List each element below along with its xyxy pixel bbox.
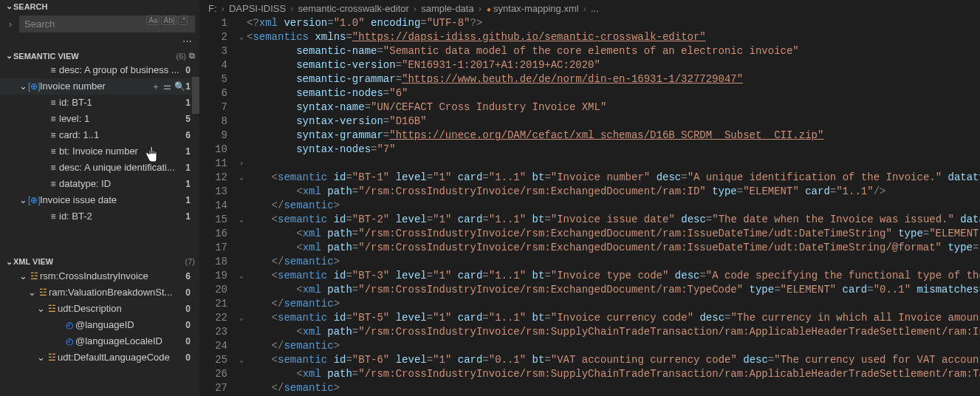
fold-toggle	[236, 199, 247, 213]
semantic-tree-item[interactable]: ≡id: BT-21	[0, 208, 199, 225]
filter-icon[interactable]: ⚌	[163, 79, 171, 94]
fold-toggle	[236, 367, 247, 381]
fold-toggle	[236, 381, 247, 395]
fold-toggle[interactable]: ›	[236, 157, 247, 171]
line-number: 10	[199, 143, 227, 157]
code-line[interactable]: <semantic id="BT-3" level="1" card="1..1…	[247, 269, 980, 283]
semantic-tree-item[interactable]: ≡id: BT-11	[0, 95, 199, 111]
search-icon[interactable]: 🔍	[174, 79, 185, 94]
code-line[interactable]: semantic-version="EN16931-1:2017+A1:2019…	[247, 58, 980, 72]
code-line[interactable]: </semantic>	[247, 199, 980, 213]
fold-toggle[interactable]: ⌄	[236, 311, 247, 325]
semantic-tree-item[interactable]: ⌄[⊕]Invoice issue date1	[0, 192, 199, 208]
match-word-toggle[interactable]: Ab|	[161, 16, 177, 25]
fold-toggle[interactable]: ⌄	[236, 353, 247, 367]
code-line[interactable]: <xml path="/rsm:CrossIndustryInvoice/rsm…	[247, 227, 980, 241]
fold-toggle[interactable]: ⌄	[236, 269, 247, 283]
fold-toggle[interactable]: ⌄	[236, 30, 247, 44]
code-line[interactable]: <semantic id="BT-2" level="1" card="1..1…	[247, 213, 980, 227]
semantic-tree-item[interactable]: ≡level: 15	[0, 111, 199, 127]
expand-search-icon[interactable]: ›	[4, 18, 16, 30]
item-icon: ≡	[47, 112, 59, 126]
fold-toggle	[236, 325, 247, 339]
item-badge: 0	[185, 301, 195, 316]
xml-view-header[interactable]: ⌄ XML VIEW (7)	[0, 256, 199, 268]
line-number: 14	[199, 199, 227, 213]
code-line[interactable]: syntax-grammar="https://unece.org/DAM/ce…	[247, 129, 980, 143]
item-icon: ◴	[64, 334, 75, 349]
breadcrumb[interactable]: F:›DAPSI-IDISS›semantic-crosswalk-editor…	[199, 0, 980, 16]
code-area[interactable]: 1234567891011121314151617181920212223242…	[199, 16, 980, 396]
semantic-tree-item[interactable]: ≡bt: Invoice number1	[0, 143, 199, 160]
code-lines[interactable]: <?xml version="1.0" encoding="UTF-8"?><s…	[247, 16, 980, 396]
code-line[interactable]: <?xml version="1.0" encoding="UTF-8"?>	[247, 16, 980, 30]
xml-file-icon: ⬥	[486, 3, 492, 14]
xml-tree-item[interactable]: ⌄☳udt:Description0	[0, 301, 199, 317]
scrollbar-thumb[interactable]	[192, 77, 199, 114]
match-case-toggle[interactable]: Aa	[146, 16, 160, 25]
line-number: 2	[199, 30, 227, 44]
breadcrumb-segment[interactable]: semantic-crosswalk-editor	[298, 3, 409, 14]
regex-toggle[interactable]: .*	[178, 16, 188, 25]
breadcrumb-segment[interactable]: DAPSI-IDISS	[229, 3, 286, 14]
semantic-view-title: SEMANTIC VIEW	[13, 52, 174, 61]
breadcrumb-segment[interactable]: ⬥syntax-mapping.xml	[486, 3, 579, 14]
breadcrumb-segment[interactable]: ...	[591, 3, 599, 14]
code-line[interactable]: semantic-nodes="6"	[247, 86, 980, 100]
twist-icon: ⌄	[27, 285, 37, 300]
code-line[interactable]: semantic-name="Semantic data model of th…	[247, 44, 980, 58]
line-number: 25	[199, 353, 227, 367]
fold-gutter[interactable]: ⌄›⌄⌄⌄⌄⌄	[236, 16, 247, 396]
item-icon: ≡	[47, 128, 59, 143]
code-line[interactable]: syntax-version="D16B"	[247, 115, 980, 129]
code-line[interactable]: <semantic id="BT-5" level="1" card="1..1…	[247, 311, 980, 325]
search-more-button[interactable]: ⋯	[0, 35, 199, 50]
xml-tree-item[interactable]: ⌄☳rsm:CrossIndustryInvoice6	[0, 268, 199, 284]
line-number: 17	[199, 241, 227, 255]
code-line[interactable]: <xml path="/rsm:CrossIndustryInvoice/rsm…	[247, 367, 980, 381]
code-line[interactable]: </semantic>	[247, 339, 980, 353]
code-line[interactable]: <xml path="/rsm:CrossIndustryInvoice/rsm…	[247, 325, 980, 339]
fold-toggle	[236, 86, 247, 100]
search-section-header[interactable]: ⌄ SEARCH	[0, 0, 199, 13]
code-line[interactable]: <semantics xmlns="https://dapsi-idiss.gi…	[247, 30, 980, 44]
semantic-view-count: (6)	[177, 52, 186, 61]
xml-tree-item[interactable]: ◴@languageLocaleID0	[0, 333, 199, 349]
semantic-tree-item[interactable]: ≡desc: A unique identificati...1	[0, 160, 199, 176]
xml-tree-item[interactable]: ⌄☳udt:DefaultLanguageCode0	[0, 349, 199, 366]
code-line[interactable]	[247, 157, 980, 171]
xml-tree-item[interactable]: ⌄☳ram:ValuationBreakdownSt...0	[0, 284, 199, 301]
code-line[interactable]: <xml path="/rsm:CrossIndustryInvoice/rsm…	[247, 185, 980, 199]
semantic-tree-item[interactable]: ≡desc: A group of business ...0	[0, 62, 199, 78]
code-line[interactable]: syntax-nodes="7"	[247, 143, 980, 157]
code-line[interactable]: <xml path="/rsm:CrossIndustryInvoice/rsm…	[247, 241, 980, 255]
fold-toggle	[236, 58, 247, 72]
breadcrumb-segment[interactable]: F:	[208, 3, 217, 14]
code-line[interactable]: <semantic id="BT-1" level="1" card="1..1…	[247, 171, 980, 185]
add-icon[interactable]: ＋	[151, 79, 160, 94]
semantic-tree-item[interactable]: ≡datatype: ID1	[0, 176, 199, 192]
xml-tree-item[interactable]: ◴@languageID0	[0, 317, 199, 333]
fold-toggle	[236, 185, 247, 199]
semantic-tree-item[interactable]: ⌄[⊕]Invoice number＋⚌🔍1	[0, 78, 199, 95]
semantic-tree-item[interactable]: ≡card: 1..16	[0, 127, 199, 143]
code-line[interactable]: </semantic>	[247, 297, 980, 311]
code-line[interactable]: <semantic id="BT-6" level="1" card="0..1…	[247, 353, 980, 367]
line-number: 12	[199, 171, 227, 185]
fold-toggle[interactable]: ⌄	[236, 213, 247, 227]
item-label: ram:ValuationBreakdownSt...	[49, 285, 185, 300]
code-line[interactable]: semantic-grammar="https://www.beuth.de/d…	[247, 72, 980, 86]
item-icon: ≡	[47, 177, 59, 191]
item-badge: 0	[185, 318, 195, 332]
item-badge: 0	[185, 350, 195, 365]
code-line[interactable]: syntax-name="UN/CEFACT Cross Industry In…	[247, 100, 980, 115]
restore-layout-icon[interactable]: ⧉	[189, 51, 195, 61]
fold-toggle[interactable]: ⌄	[236, 171, 247, 185]
item-icon: ≡	[47, 144, 59, 159]
line-number: 27	[199, 381, 227, 395]
breadcrumb-segment[interactable]: sample-data	[421, 3, 474, 14]
code-line[interactable]: <xml path="/rsm:CrossIndustryInvoice/rsm…	[247, 283, 980, 297]
code-line[interactable]: </semantic>	[247, 255, 980, 269]
semantic-view-header[interactable]: ⌄ SEMANTIC VIEW (6) ⧉	[0, 50, 199, 62]
code-line[interactable]: </semantic>	[247, 381, 980, 395]
